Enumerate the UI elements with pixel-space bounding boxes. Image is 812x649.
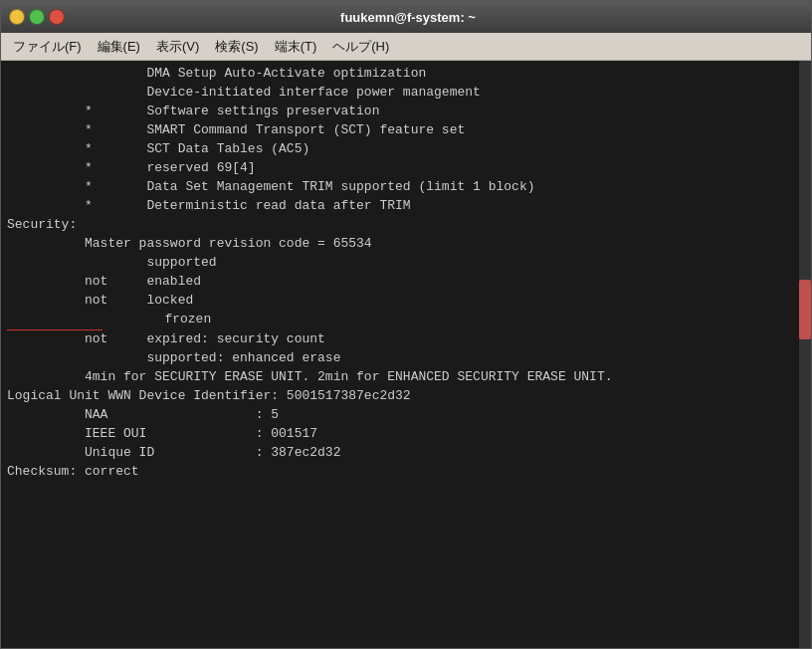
window-title: fuukemn@f-system: ~ xyxy=(65,10,751,25)
terminal-line: not expired: security count xyxy=(7,330,805,349)
menu-bar: ファイル(F) 編集(E) 表示(V) 検索(S) 端末(T) ヘルプ(H) xyxy=(1,33,811,61)
title-bar: fuukemn@f-system: ~ xyxy=(1,1,811,33)
terminal-line: Checksum: correct xyxy=(7,463,805,482)
scrollbar-thumb[interactable] xyxy=(799,280,811,339)
terminal-window: fuukemn@f-system: ~ ファイル(F) 編集(E) 表示(V) … xyxy=(0,0,812,649)
terminal-line: * Deterministic read data after TRIM xyxy=(7,197,805,216)
terminal-line: * reserved 69[4] xyxy=(7,159,805,178)
menu-view[interactable]: 表示(V) xyxy=(148,34,207,60)
terminal-line: Device-initiated interface power managem… xyxy=(7,84,805,103)
terminal-line: Master password revision code = 65534 xyxy=(7,235,805,254)
terminal-line: * Data Set Management TRIM supported (li… xyxy=(7,178,805,197)
terminal-line: supported xyxy=(7,254,805,273)
terminal-line: 4min for SECURITY ERASE UNIT. 2min for E… xyxy=(7,368,805,387)
terminal-output: DMA Setup Auto-Activate optimization Dev… xyxy=(7,65,805,482)
minimize-button[interactable] xyxy=(9,9,25,25)
terminal-line: Security: xyxy=(7,216,805,235)
terminal-line: frozen xyxy=(7,311,805,330)
menu-terminal[interactable]: 端末(T) xyxy=(267,34,325,60)
terminal-line: IEEE OUI : 001517 xyxy=(7,425,805,444)
terminal-line: NAA : 5 xyxy=(7,406,805,425)
scrollbar[interactable] xyxy=(799,61,811,648)
terminal-line: Unique ID : 387ec2d32 xyxy=(7,444,805,463)
window-controls xyxy=(9,9,65,25)
menu-help[interactable]: ヘルプ(H) xyxy=(324,34,397,60)
terminal-line: * SCT Data Tables (AC5) xyxy=(7,140,805,159)
maximize-button[interactable] xyxy=(29,9,45,25)
terminal-line: not locked xyxy=(7,292,805,311)
terminal-line: * Software settings preservation xyxy=(7,103,805,121)
terminal-body[interactable]: DMA Setup Auto-Activate optimization Dev… xyxy=(1,61,811,648)
terminal-line: not enabled xyxy=(7,273,805,292)
terminal-line: DMA Setup Auto-Activate optimization xyxy=(7,65,805,84)
terminal-line: * SMART Command Transport (SCT) feature … xyxy=(7,121,805,140)
terminal-line: Logical Unit WWN Device Identifier: 5001… xyxy=(7,387,805,406)
close-button[interactable] xyxy=(49,9,65,25)
menu-search[interactable]: 検索(S) xyxy=(207,34,266,60)
menu-edit[interactable]: 編集(E) xyxy=(90,34,148,60)
terminal-line: supported: enhanced erase xyxy=(7,349,805,368)
menu-file[interactable]: ファイル(F) xyxy=(5,34,90,60)
